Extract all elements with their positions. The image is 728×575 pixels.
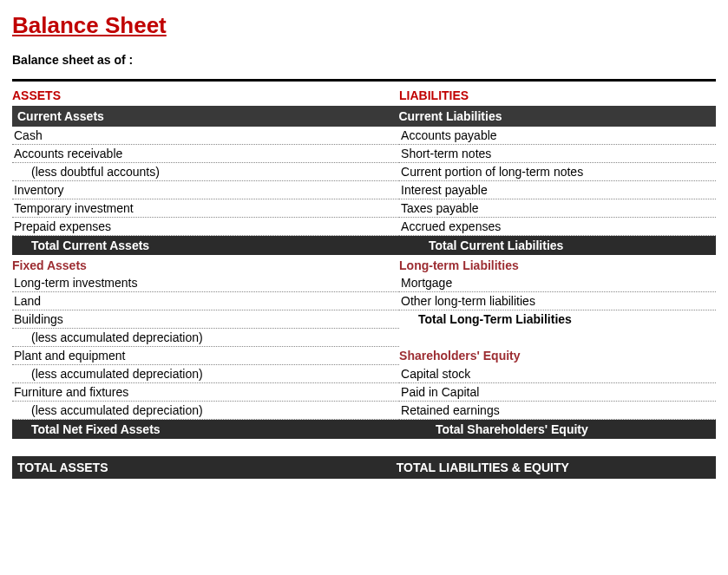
current-totals-bar: Total Current Assets Total Current Liabi… — [12, 236, 716, 255]
equity-line-item: Capital stock — [399, 365, 716, 383]
current-assets-heading: Current Assets — [17, 109, 398, 123]
asset-line-item: Inventory — [12, 181, 399, 199]
asset-line-item: (less doubtful accounts) — [12, 163, 399, 181]
grand-totals-bar: TOTAL ASSETS TOTAL LIABILITIES & EQUITY — [12, 456, 716, 479]
liability-line-item: Taxes payable — [399, 199, 716, 218]
shareholders-equity-heading: Shareholders' Equity — [399, 347, 716, 365]
asset-line-item: Land — [12, 292, 399, 310]
page-subtitle: Balance sheet as of : — [12, 53, 716, 67]
page-title: Balance Sheet — [12, 12, 716, 39]
assets-heading: ASSETS — [12, 87, 399, 106]
liability-line-item: Accounts payable — [399, 127, 716, 145]
equity-line-item: Paid in Capital — [399, 383, 716, 402]
asset-line-item: Accounts receivable — [12, 145, 399, 163]
asset-line-item: Cash — [12, 127, 399, 145]
liability-line-item: Short-term notes — [399, 145, 716, 163]
current-heading-bar: Current Assets Current Liabilities — [12, 106, 716, 127]
fixed-assets-heading: Fixed Assets — [12, 255, 399, 274]
asset-line-item: (less accumulated depreciation) — [12, 402, 399, 420]
asset-line-item: Prepaid expenses — [12, 218, 399, 236]
total-liabilities-equity-label: TOTAL LIABILITIES & EQUITY — [397, 461, 711, 474]
empty-cell — [399, 329, 716, 347]
liabilities-heading: LIABILITIES — [399, 87, 716, 106]
liability-line-item: Other long-term liabilities — [399, 292, 716, 310]
liability-line-item: Mortgage — [399, 274, 716, 292]
asset-line-item: Long-term investments — [12, 274, 399, 292]
asset-line-item: (less accumulated depreciation) — [12, 329, 399, 347]
total-current-assets-label: Total Current Assets — [12, 238, 399, 252]
asset-line-item: (less accumulated depreciation) — [12, 365, 399, 383]
liability-line-item: Interest payable — [399, 181, 716, 199]
total-net-fixed-assets-label: Total Net Fixed Assets — [12, 422, 399, 436]
total-shareholders-equity-label: Total Shareholders' Equity — [399, 422, 716, 436]
asset-line-item: Buildings — [12, 310, 399, 329]
liability-line-item: Accrued expenses — [399, 218, 716, 236]
asset-line-item: Furniture and fixtures — [12, 383, 399, 402]
fixed-equity-totals-bar: Total Net Fixed Assets Total Shareholder… — [12, 420, 716, 439]
divider-top — [12, 79, 716, 82]
total-assets-label: TOTAL ASSETS — [12, 461, 397, 474]
asset-line-item: Plant and equipment — [12, 347, 399, 365]
longterm-liabilities-heading: Long-term Liabilities — [399, 255, 716, 274]
total-current-liabilities-label: Total Current Liabilities — [399, 238, 716, 252]
total-longterm-liabilities-label: Total Long-Term Liabilities — [399, 310, 716, 329]
equity-line-item: Retained earnings — [399, 402, 716, 420]
current-liabilities-heading: Current Liabilities — [398, 109, 711, 123]
asset-line-item: Temporary investment — [12, 199, 399, 218]
liability-line-item: Current portion of long-term notes — [399, 163, 716, 181]
